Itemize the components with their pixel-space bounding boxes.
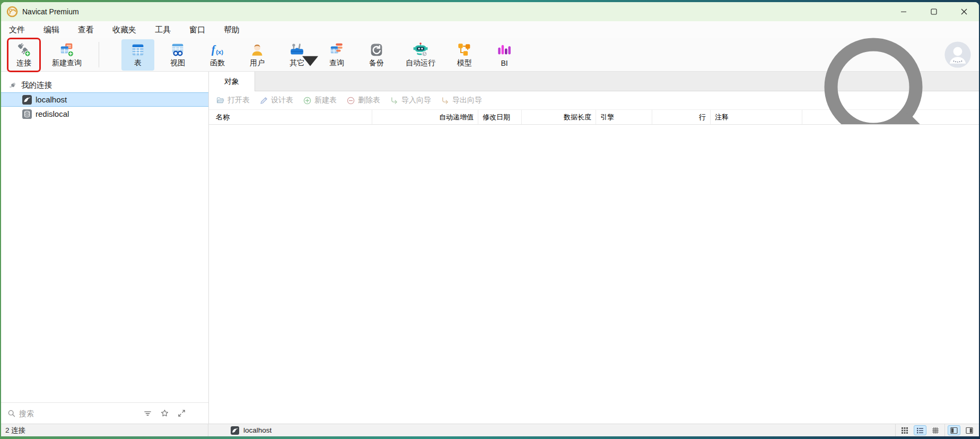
objbar-button-0[interactable]: 打开表 <box>216 96 250 105</box>
objbar-label: 删除表 <box>358 96 380 105</box>
toolbar-label-function: 函数 <box>210 58 225 68</box>
toolbar-button-function[interactable]: f(x)函数 <box>201 39 234 71</box>
function-icon: f(x) <box>209 42 225 58</box>
objbar-label: 设计表 <box>271 96 293 105</box>
menu-item-6[interactable]: 帮助 <box>218 23 246 37</box>
objbar-button-2[interactable]: 新建表 <box>303 96 337 105</box>
view-button-panel-right[interactable] <box>963 425 976 435</box>
sidebar: 我的连接 localhostredislocal <box>1 72 209 424</box>
toolbar-button-backup[interactable]: 备份 <box>360 39 393 71</box>
toolbar-button-other[interactable]: 其它 <box>281 39 313 71</box>
maximize-button[interactable] <box>918 2 949 21</box>
toolbar-button-view[interactable]: 视图 <box>161 39 194 71</box>
column-header-4[interactable]: 引擎 <box>596 110 652 124</box>
star-icon[interactable] <box>160 409 169 418</box>
plug-icon <box>8 81 18 90</box>
menu-item-5[interactable]: 窗口 <box>183 23 211 37</box>
collapse-diagonal-icon[interactable] <box>177 409 186 418</box>
close-button[interactable] <box>949 2 979 21</box>
sidebar-empty-area <box>1 121 208 402</box>
objbar-button-4[interactable]: 导入向导 <box>390 96 431 105</box>
connection-icon <box>16 42 32 58</box>
toolbar-button-automation[interactable]: 自动运行 <box>400 39 441 71</box>
grid-mesh-icon <box>932 427 939 434</box>
toolbar-button-user[interactable]: 用户 <box>241 39 274 71</box>
view-icon <box>170 42 186 58</box>
toolbar-label-backup: 备份 <box>369 58 384 68</box>
panel-left-icon <box>950 427 958 434</box>
objbar-button-5[interactable]: 导出向导 <box>441 96 482 105</box>
tab-objects[interactable]: 对象 <box>209 72 255 91</box>
toolbar-separator <box>99 42 99 67</box>
status-connection-name: localhost <box>243 426 272 434</box>
navicat-logo-icon <box>6 6 18 18</box>
column-header-0[interactable]: 名称 <box>209 110 372 124</box>
svg-text:(x): (x) <box>216 48 223 55</box>
table-icon <box>130 42 146 58</box>
column-header-filler <box>802 110 979 124</box>
maximize-icon <box>931 8 937 15</box>
objbar-button-3[interactable]: 删除表 <box>346 96 380 105</box>
tree-root-my-connections[interactable]: 我的连接 <box>1 78 208 92</box>
view-button-list[interactable] <box>914 425 926 435</box>
column-header-5[interactable]: 行 <box>652 110 711 124</box>
menu-item-1[interactable]: 编辑 <box>38 23 65 37</box>
object-list-empty <box>209 125 979 424</box>
connection-name: redislocal <box>36 109 69 118</box>
chevron-down-icon[interactable] <box>302 53 318 69</box>
toolbar-label-bi: BI <box>501 59 508 67</box>
connection-name: localhost <box>36 95 67 104</box>
connection-item-localhost[interactable]: localhost <box>1 92 208 107</box>
toolbar-button-query[interactable]: 查询 <box>320 39 353 71</box>
folder-open-icon <box>216 96 225 105</box>
status-view-buttons <box>895 424 979 436</box>
toolbar-label-automation: 自动运行 <box>406 58 435 68</box>
status-connection-count: 2 连接 <box>1 426 208 435</box>
tree-root-label: 我的连接 <box>21 80 52 90</box>
toolbar-label-table: 表 <box>134 58 142 68</box>
toolbar-label-model: 模型 <box>457 58 472 68</box>
status-divider <box>944 424 945 436</box>
objbar-button-1[interactable]: 设计表 <box>259 96 293 105</box>
toolbar-button-connection[interactable]: 连接 <box>8 39 39 71</box>
objbar-label: 导出向导 <box>452 96 482 105</box>
statusbar: 2 连接 localhost <box>1 424 979 436</box>
user-icon <box>249 42 265 58</box>
export-wizard-icon <box>441 96 450 105</box>
window-title: Navicat Premium <box>22 7 79 16</box>
toolbar-button-table[interactable]: 表 <box>121 39 154 71</box>
toolbar-button-model[interactable]: 模型 <box>448 39 481 71</box>
sidebar-search-tools <box>143 409 202 418</box>
content: 我的连接 localhostredislocal 对象 打开表设计表新建表删除表… <box>1 72 979 424</box>
filter-lines-icon[interactable] <box>143 409 152 418</box>
mysql-icon <box>22 95 32 105</box>
toolbar-button-new-query[interactable]: 新建查询 <box>46 39 88 71</box>
import-wizard-icon <box>390 96 399 105</box>
plus-circle-icon <box>303 96 312 105</box>
object-toolbar: 打开表设计表新建表删除表导入向导导出向导 <box>209 91 979 110</box>
connection-item-redislocal[interactable]: redislocal <box>1 107 208 121</box>
grid-dots-icon <box>901 427 908 434</box>
menu-item-0[interactable]: 文件 <box>3 23 31 37</box>
view-button-details[interactable] <box>929 425 942 435</box>
panel-right-icon <box>966 427 973 434</box>
toolbar-label-query: 查询 <box>329 58 344 68</box>
column-header-2[interactable]: 修改日期 <box>478 110 522 124</box>
sidebar-search-row <box>1 402 208 424</box>
mysql-icon <box>231 426 239 435</box>
backup-icon <box>369 42 384 58</box>
view-button-big-icons[interactable] <box>898 425 911 435</box>
menu-item-3[interactable]: 收藏夹 <box>107 23 142 37</box>
minimize-button[interactable] <box>888 2 918 21</box>
column-header-6[interactable]: 注释 <box>711 110 802 124</box>
titlebar: Navicat Premium <box>1 2 979 21</box>
view-button-panel-left[interactable] <box>948 425 960 435</box>
toolbar-label-new-query: 新建查询 <box>52 58 82 68</box>
sidebar-search-input[interactable] <box>19 409 93 418</box>
column-header-3[interactable]: 数据长度 <box>522 110 596 124</box>
menu-item-2[interactable]: 查看 <box>72 23 100 37</box>
connection-tree: 我的连接 localhostredislocal <box>1 72 208 121</box>
toolbar-button-bi[interactable]: BI <box>488 39 521 71</box>
menu-item-4[interactable]: 工具 <box>149 23 177 37</box>
column-header-1[interactable]: 自动递增值 <box>372 110 478 124</box>
